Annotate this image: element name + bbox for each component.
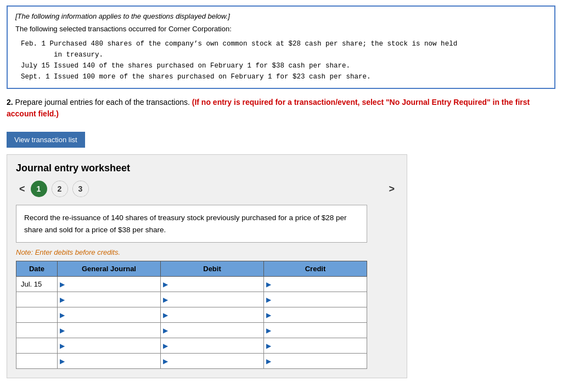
debit-cell-5[interactable]: ▶	[161, 338, 264, 354]
page-1-button[interactable]: 1	[31, 181, 47, 197]
account-indicator-3: ▶	[60, 311, 65, 319]
header-date: Date	[16, 261, 58, 277]
table-row: ▶ ▶ ▶	[16, 354, 367, 369]
credit-cell-3[interactable]: ▶	[264, 307, 367, 323]
nav-left-button[interactable]: <	[16, 182, 29, 196]
description-box: Record the re-issuance of 140 shares of …	[16, 205, 367, 243]
debit-indicator-2: ▶	[163, 296, 168, 304]
question-section: 2. Prepare journal entries for each of t…	[7, 97, 555, 120]
transaction-line-4: Sept. 1 Issued 100 more of the shares pu…	[21, 71, 547, 82]
journal-table: Date General Journal Debit Credit Jul. 1…	[16, 261, 367, 369]
date-cell-2	[16, 292, 58, 307]
debit-indicator-6: ▶	[163, 357, 168, 365]
pagination-row: < 1 2 3 >	[16, 181, 398, 197]
date-cell-5	[16, 338, 58, 354]
transactions-text: Feb. 1 Purchased 480 shares of the compa…	[21, 38, 547, 82]
credit-input-3[interactable]	[272, 311, 364, 319]
transaction-line-1: Feb. 1 Purchased 480 shares of the compa…	[21, 38, 547, 49]
account-input-3[interactable]	[66, 311, 158, 319]
account-indicator-4: ▶	[60, 327, 65, 334]
table-row: ▶ ▶ ▶	[16, 307, 367, 323]
debit-input-5[interactable]	[169, 341, 261, 350]
date-cell-3	[16, 307, 58, 323]
credit-input-6[interactable]	[272, 357, 364, 365]
account-indicator-5: ▶	[60, 342, 65, 350]
credit-indicator-2: ▶	[266, 296, 271, 304]
note-text: Note: Enter debits before credits.	[16, 248, 398, 256]
debit-indicator-4: ▶	[163, 327, 168, 334]
account-cell-3[interactable]: ▶	[58, 307, 161, 323]
date-cell-4	[16, 323, 58, 338]
info-box: [The following information applies to th…	[7, 5, 555, 89]
date-cell-1: Jul. 15	[16, 277, 58, 292]
credit-input-1[interactable]	[272, 280, 364, 288]
debit-input-4[interactable]	[169, 326, 261, 334]
account-input-5[interactable]	[66, 341, 158, 350]
credit-input-5[interactable]	[272, 341, 364, 350]
account-cell-4[interactable]: ▶	[58, 323, 161, 338]
debit-indicator-3: ▶	[163, 311, 168, 319]
account-indicator-1: ▶	[60, 281, 65, 288]
transaction-line-2: in treasury.	[54, 49, 547, 60]
account-cell-6[interactable]: ▶	[58, 354, 161, 369]
italic-note: [The following information applies to th…	[15, 12, 547, 20]
debit-cell-2[interactable]: ▶	[161, 292, 264, 307]
account-input-1[interactable]	[66, 280, 158, 288]
credit-indicator-4: ▶	[266, 327, 271, 334]
table-row: ▶ ▶ ▶	[16, 292, 367, 307]
debit-input-2[interactable]	[169, 295, 261, 304]
credit-indicator-6: ▶	[266, 357, 271, 365]
account-cell-5[interactable]: ▶	[58, 338, 161, 354]
debit-input-6[interactable]	[169, 357, 261, 365]
question-number: 2.	[7, 98, 13, 107]
header-general-journal: General Journal	[58, 261, 161, 277]
account-indicator-6: ▶	[60, 357, 65, 365]
worksheet-title: Journal entry worksheet	[16, 163, 398, 174]
account-input-2[interactable]	[66, 295, 158, 304]
credit-cell-1[interactable]: ▶	[264, 277, 367, 292]
account-indicator-2: ▶	[60, 296, 65, 304]
debit-cell-1[interactable]: ▶	[161, 277, 264, 292]
intro-text: The following selected transactions occu…	[15, 25, 547, 33]
credit-cell-2[interactable]: ▶	[264, 292, 367, 307]
account-input-6[interactable]	[66, 357, 158, 365]
page-2-button[interactable]: 2	[52, 181, 68, 197]
header-debit: Debit	[161, 261, 264, 277]
debit-input-1[interactable]	[169, 280, 261, 288]
transaction-line-3: July 15 Issued 140 of the shares purchas…	[21, 60, 547, 71]
account-cell-1[interactable]: ▶	[58, 277, 161, 292]
credit-cell-6[interactable]: ▶	[264, 354, 367, 369]
debit-input-3[interactable]	[169, 311, 261, 319]
debit-indicator-1: ▶	[163, 281, 168, 288]
table-row: ▶ ▶ ▶	[16, 323, 367, 338]
account-cell-2[interactable]: ▶	[58, 292, 161, 307]
header-credit: Credit	[264, 261, 367, 277]
table-row: ▶ ▶ ▶	[16, 338, 367, 354]
page-3-button[interactable]: 3	[72, 181, 89, 197]
credit-cell-4[interactable]: ▶	[264, 323, 367, 338]
debit-indicator-5: ▶	[163, 342, 168, 350]
page-container: [The following information applies to th…	[0, 5, 562, 392]
debit-cell-4[interactable]: ▶	[161, 323, 264, 338]
date-cell-6	[16, 354, 58, 369]
account-input-4[interactable]	[66, 326, 158, 334]
question-body: Prepare journal entries for each of the …	[15, 98, 190, 107]
credit-indicator-5: ▶	[266, 342, 271, 350]
credit-input-2[interactable]	[272, 295, 364, 304]
credit-indicator-3: ▶	[266, 311, 271, 319]
debit-cell-6[interactable]: ▶	[161, 354, 264, 369]
worksheet-container: Journal entry worksheet < 1 2 3 > Record…	[7, 154, 407, 378]
credit-input-4[interactable]	[272, 326, 364, 334]
view-transaction-list-button[interactable]: View transaction list	[7, 132, 85, 148]
credit-indicator-1: ▶	[266, 281, 271, 288]
credit-cell-5[interactable]: ▶	[264, 338, 367, 354]
debit-cell-3[interactable]: ▶	[161, 307, 264, 323]
nav-right-button[interactable]: >	[385, 182, 398, 196]
table-row: Jul. 15 ▶ ▶	[16, 277, 367, 292]
question-text: 2. Prepare journal entries for each of t…	[7, 97, 555, 120]
